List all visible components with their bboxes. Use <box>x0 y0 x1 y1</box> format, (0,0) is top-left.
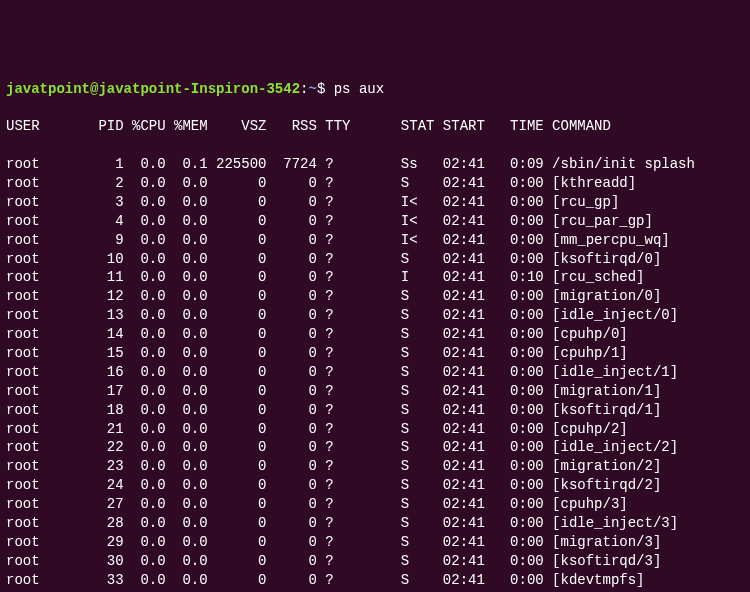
command-input[interactable]: ps aux <box>334 80 384 99</box>
process-row: root 14 0.0 0.0 0 0 ? S 02:41 0:00 [cpuh… <box>6 325 744 344</box>
process-row: root 15 0.0 0.0 0 0 ? S 02:41 0:00 [cpuh… <box>6 344 744 363</box>
prompt-path: ~ <box>308 80 316 99</box>
process-row: root 27 0.0 0.0 0 0 ? S 02:41 0:00 [cpuh… <box>6 495 744 514</box>
process-row: root 21 0.0 0.0 0 0 ? S 02:41 0:00 [cpuh… <box>6 420 744 439</box>
process-row: root 28 0.0 0.0 0 0 ? S 02:41 0:00 [idle… <box>6 514 744 533</box>
prompt-user-host: javatpoint@javatpoint-Inspiron-3542 <box>6 80 300 99</box>
process-row: root 16 0.0 0.0 0 0 ? S 02:41 0:00 [idle… <box>6 363 744 382</box>
ps-header: USER PID %CPU %MEM VSZ RSS TTY STAT STAR… <box>6 117 744 136</box>
process-row: root 2 0.0 0.0 0 0 ? S 02:41 0:00 [kthre… <box>6 174 744 193</box>
process-row: root 23 0.0 0.0 0 0 ? S 02:41 0:00 [migr… <box>6 457 744 476</box>
process-row: root 29 0.0 0.0 0 0 ? S 02:41 0:00 [migr… <box>6 533 744 552</box>
process-row: root 3 0.0 0.0 0 0 ? I< 02:41 0:00 [rcu_… <box>6 193 744 212</box>
process-row: root 33 0.0 0.0 0 0 ? S 02:41 0:00 [kdev… <box>6 571 744 590</box>
process-row: root 13 0.0 0.0 0 0 ? S 02:41 0:00 [idle… <box>6 306 744 325</box>
process-row: root 18 0.0 0.0 0 0 ? S 02:41 0:00 [ksof… <box>6 401 744 420</box>
process-row: root 11 0.0 0.0 0 0 ? I 02:41 0:10 [rcu_… <box>6 268 744 287</box>
process-row: root 17 0.0 0.0 0 0 ? S 02:41 0:00 [migr… <box>6 382 744 401</box>
process-row: root 30 0.0 0.0 0 0 ? S 02:41 0:00 [ksof… <box>6 552 744 571</box>
prompt-dollar: $ <box>317 80 334 99</box>
prompt-line: javatpoint@javatpoint-Inspiron-3542:~$ p… <box>6 80 744 99</box>
process-row: root 12 0.0 0.0 0 0 ? S 02:41 0:00 [migr… <box>6 287 744 306</box>
process-row: root 4 0.0 0.0 0 0 ? I< 02:41 0:00 [rcu_… <box>6 212 744 231</box>
prompt-colon: : <box>300 80 308 99</box>
ps-output: root 1 0.0 0.1 225500 7724 ? Ss 02:41 0:… <box>6 155 744 592</box>
process-row: root 9 0.0 0.0 0 0 ? I< 02:41 0:00 [mm_p… <box>6 231 744 250</box>
process-row: root 22 0.0 0.0 0 0 ? S 02:41 0:00 [idle… <box>6 438 744 457</box>
process-row: root 10 0.0 0.0 0 0 ? S 02:41 0:00 [ksof… <box>6 250 744 269</box>
process-row: root 1 0.0 0.1 225500 7724 ? Ss 02:41 0:… <box>6 155 744 174</box>
process-row: root 24 0.0 0.0 0 0 ? S 02:41 0:00 [ksof… <box>6 476 744 495</box>
